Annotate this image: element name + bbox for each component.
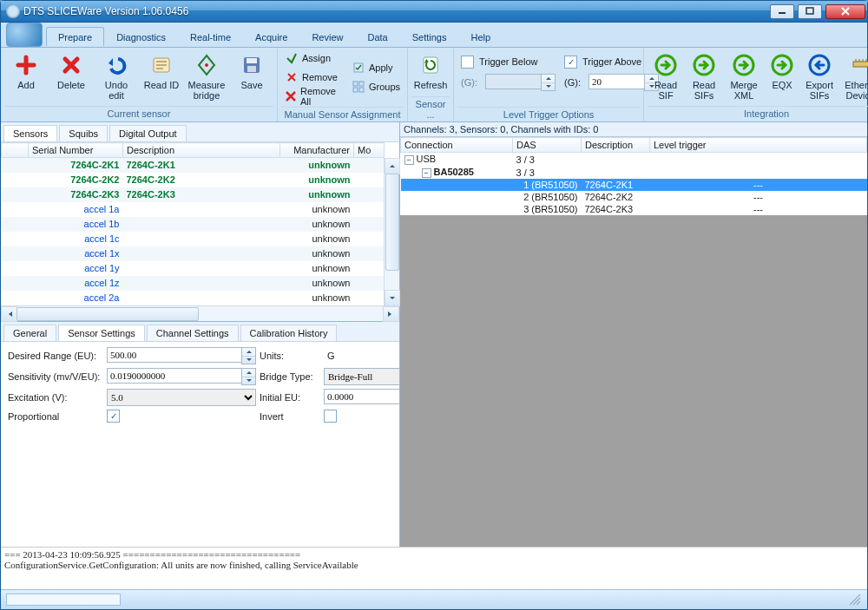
tree-col-das[interactable]: DAS — [513, 138, 582, 153]
title-bar: DTS SLICEWare Version 1.06.0456 — [1, 1, 867, 23]
col-blank[interactable] — [2, 143, 29, 158]
invert-checkbox[interactable] — [324, 410, 337, 423]
sensor-table[interactable]: Serial Number Description Manufacturer M… — [1, 142, 385, 305]
sensor-row[interactable]: 7264C-2K27264C-2K2unknown — [2, 173, 385, 187]
proportional-label: Proportional — [8, 411, 103, 422]
groups-button[interactable]: Groups — [348, 78, 404, 95]
ethernet-devices-button[interactable]: Ethernet Devices — [840, 49, 868, 104]
remove-button[interactable]: Remove — [281, 69, 341, 86]
trigger-above-checkbox[interactable]: ✓ — [564, 56, 577, 69]
close-button[interactable] — [825, 4, 865, 19]
delete-button[interactable]: Delete — [49, 49, 93, 94]
sensor-row[interactable]: accel 1cunknown — [2, 232, 385, 246]
tab-sensor-settings[interactable]: Sensor Settings — [58, 325, 145, 341]
trigger-group-label: Level Trigger Options — [457, 107, 640, 121]
col-model[interactable]: Mo — [354, 143, 385, 158]
proportional-checkbox[interactable]: ✓ — [107, 410, 120, 423]
read-sif-button[interactable]: Read SIF — [648, 49, 684, 104]
minimize-button[interactable] — [770, 4, 794, 19]
detail-tabstrip: General Sensor Settings Channel Settings… — [1, 322, 399, 342]
tab-prepare[interactable]: Prepare — [46, 27, 104, 46]
trigger-below-input[interactable] — [485, 74, 541, 89]
read-id-label: Read ID — [144, 80, 179, 90]
tab-calibration-history[interactable]: Calibration History — [240, 325, 338, 341]
tab-sensors[interactable]: Sensors — [3, 125, 57, 141]
trigger-below-checkbox[interactable] — [461, 56, 474, 69]
sensitivity-input[interactable] — [107, 368, 241, 384]
tab-diagnostics[interactable]: Diagnostics — [104, 27, 178, 46]
tab-realtime[interactable]: Real-time — [178, 27, 243, 46]
channel-tree: Connection DAS Description Level trigger… — [400, 137, 867, 215]
tab-general[interactable]: General — [3, 325, 56, 341]
tab-channel-settings[interactable]: Channel Settings — [147, 325, 239, 341]
trigger-above-label: Trigger Above — [582, 56, 641, 67]
apply-button[interactable]: Apply — [348, 59, 404, 76]
tab-digital-output[interactable]: Digital Output — [109, 125, 187, 141]
excitation-label: Excitation (V): — [8, 392, 103, 403]
ethernet-devices-label: Ethernet Devices — [842, 80, 868, 101]
sensitivity-spinner[interactable] — [241, 368, 256, 385]
export-sifs-button[interactable]: Export SIFs — [800, 49, 838, 104]
tree-row-channel[interactable]: 2 (BR51050) 7264C-2K2 --- — [401, 191, 867, 203]
tab-review[interactable]: Review — [299, 27, 355, 46]
tree-col-connection[interactable]: Connection — [401, 138, 513, 153]
refresh-button[interactable]: Refresh — [411, 49, 450, 94]
sensor-row[interactable]: accel 1bunknown — [2, 217, 385, 232]
sensor-row[interactable]: accel 1zunknown — [2, 276, 385, 291]
initial-eu-input[interactable] — [324, 389, 399, 404]
range-spinner[interactable] — [241, 347, 256, 364]
maximize-button[interactable] — [798, 4, 822, 19]
svg-rect-5 — [247, 66, 256, 72]
tab-squibs[interactable]: Squibs — [59, 125, 108, 141]
collapse-icon[interactable]: − — [422, 168, 431, 178]
read-sifs-button[interactable]: Read SIFs — [686, 49, 722, 104]
tree-row-usb[interactable]: −USB 3 / 3 — [401, 153, 867, 167]
remove-all-button[interactable]: Remove All — [281, 88, 341, 105]
col-description[interactable]: Description — [123, 143, 280, 158]
merge-xml-button[interactable]: Merge XML — [724, 49, 764, 104]
trigger-below-spinner[interactable] — [541, 74, 556, 91]
sensor-row[interactable]: accel 1yunknown — [2, 261, 385, 276]
tab-settings[interactable]: Settings — [400, 27, 459, 46]
range-input[interactable] — [107, 347, 241, 363]
svg-rect-8 — [359, 82, 364, 86]
tree-col-description[interactable]: Description — [582, 138, 650, 153]
undo-button[interactable]: Undo edit — [95, 49, 138, 104]
current-sensor-group-label: Current sensor — [4, 106, 273, 121]
horizontal-scrollbar[interactable] — [1, 305, 399, 321]
tree-row-channel[interactable]: 1 (BR51050) 7264C-2K1 --- — [401, 179, 867, 191]
remove-label: Remove — [302, 72, 338, 82]
vertical-scrollbar[interactable] — [384, 158, 399, 306]
ribbon: Add Delete Undo edit Read ID Measure bri… — [1, 47, 867, 122]
col-manufacturer[interactable]: Manufacturer — [280, 143, 354, 158]
tree-row-channel[interactable]: 3 (BR51050) 7264C-2K3 --- — [401, 203, 867, 215]
excitation-select[interactable]: 5.0 — [107, 389, 256, 406]
trigger-above-input[interactable] — [589, 74, 644, 89]
remove-all-label: Remove All — [300, 86, 338, 107]
svg-rect-9 — [353, 88, 358, 92]
resize-grip-icon[interactable] — [848, 593, 862, 607]
collapse-icon[interactable]: − — [404, 155, 414, 165]
sensor-row[interactable]: accel 2aunknown — [2, 291, 385, 305]
eqx-button[interactable]: EQX — [766, 49, 799, 94]
sensor-row[interactable]: accel 1aunknown — [2, 202, 385, 217]
measure-bridge-button[interactable]: Measure bridge — [185, 49, 228, 104]
sensor-panel-group-label: Sensor ... — [411, 96, 450, 121]
bridge-select[interactable]: Bridge-Full — [324, 368, 399, 385]
assign-button[interactable]: Assign — [281, 49, 341, 67]
eqx-label: EQX — [772, 80, 792, 90]
tree-row-device[interactable]: −BA50285 3 / 3 — [401, 166, 867, 179]
read-id-button[interactable]: Read ID — [140, 49, 183, 94]
save-button[interactable]: Save — [230, 49, 273, 94]
apply-label: Apply — [369, 62, 393, 73]
add-button[interactable]: Add — [4, 49, 48, 94]
sensor-row[interactable]: 7264C-2K37264C-2K3unknown — [2, 187, 385, 202]
tab-data[interactable]: Data — [355, 27, 399, 46]
tab-help[interactable]: Help — [458, 27, 503, 46]
sensor-row[interactable]: 7264C-2K17264C-2K1unknown — [2, 158, 385, 173]
tree-col-level-trigger[interactable]: Level trigger — [650, 138, 867, 153]
app-menu-button[interactable] — [6, 23, 43, 47]
tab-acquire[interactable]: Acquire — [243, 27, 299, 46]
sensor-row[interactable]: accel 1xunknown — [2, 246, 385, 261]
col-serial[interactable]: Serial Number — [29, 143, 123, 158]
